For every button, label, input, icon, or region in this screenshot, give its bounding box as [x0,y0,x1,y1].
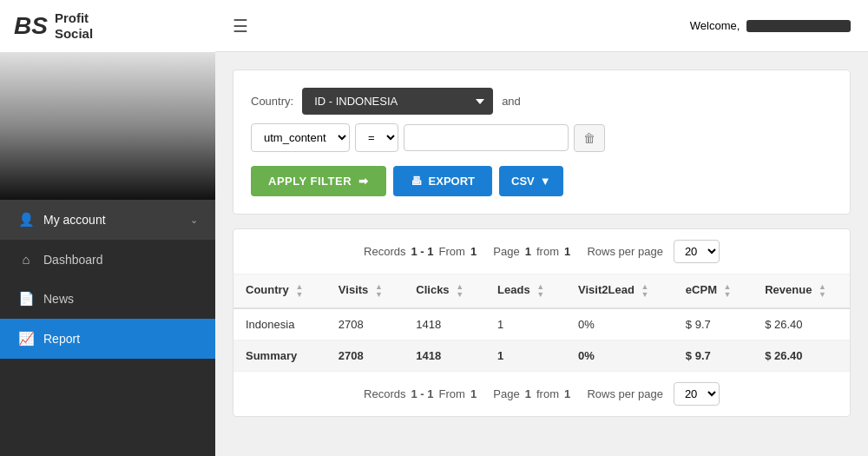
apply-filter-button[interactable]: APPLY FILTER ➡ [251,166,386,196]
col-revenue: Revenue ▲▼ [753,274,850,308]
sidebar-item-news-label: News [43,292,198,306]
table-header-row: Country ▲▼ Visits ▲▼ Clicks ▲▼ Leads [233,274,850,308]
delete-filter-button[interactable]: 🗑 [574,124,605,152]
utm-field-select[interactable]: utm_content [251,123,350,152]
country-select[interactable]: ID - INDONESIA [302,88,493,115]
cell-revenue: $ 26.40 [753,308,850,340]
export-button[interactable]: 🖶 EXPORT [393,166,492,196]
arrow-right-icon: ➡ [358,175,369,188]
col-visit2lead: Visit2Lead ▲▼ [566,274,674,308]
cell-leads: 1 [485,308,566,340]
sort-arrows-visits[interactable]: ▲▼ [375,283,383,299]
cell-summary-label: Summary [233,340,326,372]
table-row: Indonesia 2708 1418 1 0% $ 9.7 $ 26.40 [233,308,850,340]
cell-summary-revenue: $ 26.40 [753,340,850,372]
table-meta-bottom: Records 1 - 1 From 1 Page 1 from 1 Rows … [233,371,850,416]
cell-ecpm: $ 9.7 [674,308,753,340]
table-meta-top: Records 1 - 1 From 1 Page 1 from 1 Rows … [233,229,850,274]
utm-value-input[interactable] [404,124,569,151]
records-label: Records [364,245,405,258]
cell-country: Indonesia [233,308,326,340]
csv-label: CSV [511,175,535,188]
filter-box: Country: ID - INDONESIA and utm_content … [233,69,851,215]
filter-actions: APPLY FILTER ➡ 🖶 EXPORT CSV ▼ [251,166,832,196]
sort-arrows-clicks[interactable]: ▲▼ [456,283,464,299]
sidebar-item-dashboard-label: Dashboard [43,253,198,267]
username-label [746,20,851,32]
col-clicks: Clicks ▲▼ [404,274,485,308]
rows-per-page-select-bottom[interactable]: 20 [674,382,720,406]
sidebar-item-report[interactable]: 📈 Report [0,319,215,359]
export-label: EXPORT [429,175,475,188]
sort-arrows-leads[interactable]: ▲▼ [536,283,544,299]
welcome-text: Welcome, [690,19,851,33]
page-value: 1 [525,245,531,258]
col-visits: Visits ▲▼ [326,274,404,308]
chart-icon: 📈 [17,331,35,347]
content-area: Country: ID - INDONESIA and utm_content … [215,52,868,434]
page-from-label-bottom: from [536,387,559,400]
home-icon: ⌂ [17,252,35,267]
cell-summary-visits: 2708 [326,340,404,372]
apply-filter-label: APPLY FILTER [268,175,352,188]
data-table: Country ▲▼ Visits ▲▼ Clicks ▲▼ Leads [233,274,850,371]
page-from-value: 1 [564,245,570,258]
cell-visits: 2708 [326,308,404,340]
csv-chevron-icon: ▼ [540,175,551,188]
newspaper-icon: 📄 [17,291,35,307]
page-label-bottom: Page [493,387,519,400]
logo: BS Profit Social [0,0,215,52]
sort-arrows-visit2lead[interactable]: ▲▼ [641,283,648,299]
from-label-bottom: From [439,387,465,400]
records-range-bottom: 1 - 1 [411,387,434,400]
summary-row: Summary 2708 1418 1 0% $ 9.7 $ 26.40 [233,340,850,372]
equals-select[interactable]: = [355,123,398,152]
from-value-bottom: 1 [470,387,477,400]
sort-arrows-ecpm[interactable]: ▲▼ [724,283,732,299]
utm-input-group: utm_content = 🗑 [251,123,605,152]
logo-icon: BS [14,12,48,40]
person-icon: 👤 [17,212,35,228]
sidebar-item-report-label: Report [43,332,198,346]
page-from-value-bottom: 1 [564,387,570,400]
cell-summary-ecpm: $ 9.7 [674,340,753,372]
export-icon: 🖶 [411,175,422,188]
cell-clicks: 1418 [404,308,485,340]
sidebar-item-dashboard[interactable]: ⌂ Dashboard [0,240,215,279]
csv-button[interactable]: CSV ▼ [499,166,563,196]
chevron-down-icon: ⌄ [190,215,198,226]
col-leads: Leads ▲▼ [485,274,566,308]
col-ecpm: eCPM ▲▼ [674,274,753,308]
sort-arrows-country[interactable]: ▲▼ [295,283,303,299]
cell-visit2lead: 0% [566,308,674,340]
page-value-bottom: 1 [525,387,531,400]
rows-per-page-label-bottom: Rows per page [587,387,662,400]
welcome-prefix: Welcome, [690,19,740,32]
logo-text: Profit Social [55,10,93,42]
cell-summary-clicks: 1418 [404,340,485,372]
table-box: Records 1 - 1 From 1 Page 1 from 1 Rows … [233,228,851,417]
main-content: ☰ Welcome, Country: ID - INDONESIA and u… [215,0,868,456]
rows-per-page-select[interactable]: 20 [674,240,720,263]
cell-summary-visit2lead: 0% [566,340,674,372]
sidebar-nav: 👤 My account ⌄ ⌂ Dashboard 📄 News 📈 Repo… [0,200,215,456]
topbar: ☰ Welcome, [215,0,868,52]
cell-summary-leads: 1 [485,340,566,372]
country-label: Country: [251,95,293,108]
rows-per-page-label: Rows per page [587,245,662,258]
user-avatar [0,52,215,200]
sidebar-item-my-account-label: My account [43,213,181,227]
page-from-label: from [536,245,559,258]
from-value: 1 [470,245,477,258]
filter-row: Country: ID - INDONESIA and utm_content … [251,88,832,152]
sidebar-item-news[interactable]: 📄 News [0,279,215,319]
col-country: Country ▲▼ [233,274,326,308]
sidebar-item-my-account[interactable]: 👤 My account ⌄ [0,200,215,240]
hamburger-button[interactable]: ☰ [233,16,248,36]
records-label-bottom: Records [364,387,405,400]
from-label: From [439,245,465,258]
and-text: and [502,95,521,108]
sidebar: BS Profit Social 👤 My account ⌄ ⌂ Dashbo… [0,0,215,456]
sort-arrows-revenue[interactable]: ▲▼ [819,283,826,299]
records-range: 1 - 1 [411,245,434,258]
